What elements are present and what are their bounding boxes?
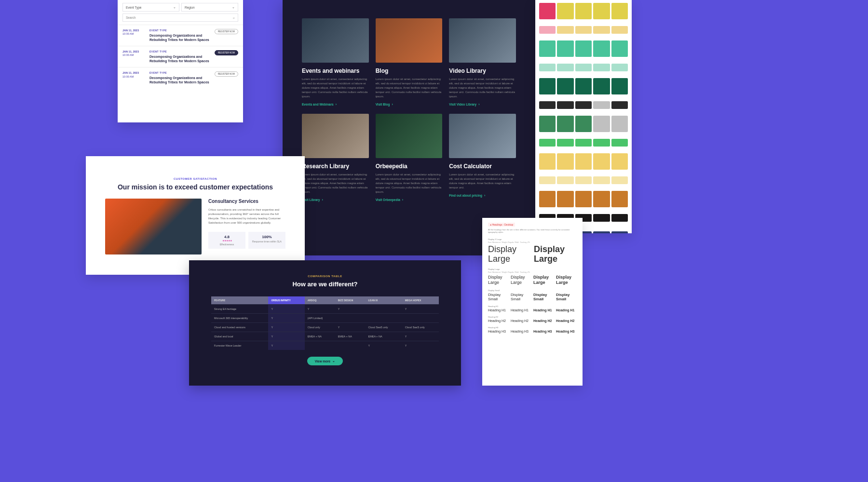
color-swatch[interactable] <box>593 40 610 57</box>
color-swatch[interactable] <box>575 153 592 170</box>
color-swatch[interactable] <box>611 40 628 57</box>
color-swatch[interactable] <box>557 153 573 170</box>
color-swatch[interactable] <box>557 78 573 94</box>
mission-heading: Our mission is to exceed customer expect… <box>105 183 285 191</box>
chevron-right-icon: › <box>392 103 393 106</box>
search-icon: ⌕ <box>233 16 235 19</box>
color-swatch[interactable] <box>593 3 610 19</box>
resource-link[interactable]: Visit Blog› <box>376 103 443 106</box>
event-item[interactable]: JAN 11, 202310:00 AM EVENT TYPEDecomposi… <box>118 67 243 88</box>
table-row: Cloud and hosted versionsYCloud onlyYClo… <box>211 323 439 332</box>
color-swatch[interactable] <box>575 139 592 147</box>
color-swatch[interactable] <box>557 176 573 184</box>
palette-row <box>539 78 628 94</box>
color-swatch[interactable] <box>557 139 573 147</box>
event-item[interactable]: JAN 11, 202310:00 AM EVENT TYPEDecomposi… <box>118 25 243 46</box>
color-swatch[interactable] <box>593 153 610 170</box>
register-button[interactable]: REGISTER NOW <box>215 71 238 77</box>
resources-panel: Events and webinars Lorem ipsum dolor si… <box>283 0 535 255</box>
region-dropdown[interactable]: Region⌄ <box>181 3 238 12</box>
event-title: Decomposing Organizations and Rebuilding… <box>149 76 212 84</box>
color-swatch[interactable] <box>611 153 628 170</box>
color-swatch[interactable] <box>593 139 610 147</box>
typo-desc: All the headings from the site in their … <box>488 228 577 233</box>
color-swatch[interactable] <box>575 176 592 184</box>
events-panel: Event Type⌄ Region⌄ Search⌕ JAN 11, 2023… <box>118 0 243 122</box>
color-swatch[interactable] <box>575 3 592 19</box>
color-swatch[interactable] <box>557 26 573 34</box>
resource-image <box>302 114 369 158</box>
color-swatch[interactable] <box>593 101 610 109</box>
resource-link[interactable]: Visit Video Library› <box>449 103 516 106</box>
resource-image <box>376 114 443 158</box>
color-swatch[interactable] <box>611 191 628 207</box>
color-swatch[interactable] <box>611 101 628 109</box>
color-swatch[interactable] <box>611 26 628 34</box>
color-swatch[interactable] <box>557 101 573 109</box>
color-swatch[interactable] <box>539 116 556 132</box>
chevron-right-icon: › <box>336 103 337 106</box>
table-header: ARDOQ <box>305 296 335 305</box>
resource-link[interactable]: Visit Orbeepedia› <box>376 198 443 201</box>
color-swatch[interactable] <box>539 40 556 57</box>
color-swatch[interactable] <box>539 139 556 147</box>
color-swatch[interactable] <box>539 101 556 109</box>
resource-description: Lorem ipsum dolor sit amet, consectetur … <box>302 173 369 194</box>
color-swatch[interactable] <box>575 101 592 109</box>
color-swatch[interactable] <box>611 214 628 222</box>
color-swatch[interactable] <box>539 26 556 34</box>
color-swatch[interactable] <box>593 191 610 207</box>
event-item[interactable]: JAN 11, 202310:00 AM EVENT TYPEDecomposi… <box>118 46 243 67</box>
color-swatch[interactable] <box>611 78 628 94</box>
color-swatch[interactable] <box>611 116 628 132</box>
color-swatch[interactable] <box>611 3 628 19</box>
color-swatch[interactable] <box>611 64 628 71</box>
color-swatch[interactable] <box>575 40 592 57</box>
color-swatch[interactable] <box>575 78 592 94</box>
typography-panel: ● Headings - Desktop All the headings fr… <box>482 218 583 386</box>
register-button[interactable]: REGISTER NOW <box>215 50 238 55</box>
color-swatch[interactable] <box>539 153 556 170</box>
event-date: JAN 11, 202310:00 AM <box>122 50 147 63</box>
display-large-bold-sample: Display Large <box>534 245 577 264</box>
resource-title: Video Library <box>449 67 516 74</box>
event-title: Decomposing Organizations and Rebuilding… <box>149 33 212 42</box>
resource-image <box>376 18 443 63</box>
color-swatch[interactable] <box>575 26 592 34</box>
color-swatch[interactable] <box>611 176 628 184</box>
color-swatch[interactable] <box>557 116 573 132</box>
chevron-down-icon: ⌄ <box>232 5 235 9</box>
event-type-dropdown[interactable]: Event Type⌄ <box>122 3 179 12</box>
color-swatch[interactable] <box>539 78 556 94</box>
color-swatch[interactable] <box>593 214 610 222</box>
color-swatch[interactable] <box>593 116 610 132</box>
color-swatch[interactable] <box>593 26 610 34</box>
color-swatch[interactable] <box>611 139 628 147</box>
color-swatch[interactable] <box>557 3 573 19</box>
search-input[interactable]: Search⌕ <box>122 13 238 22</box>
color-swatch[interactable] <box>575 191 592 207</box>
resource-card: Blog Lorem ipsum dolor sit amet, consect… <box>376 18 443 106</box>
resource-image <box>449 114 516 158</box>
resource-link[interactable]: Visit Library› <box>302 198 369 201</box>
color-swatch[interactable] <box>557 191 573 207</box>
color-swatch[interactable] <box>539 176 556 184</box>
register-button[interactable]: REGISTER NOW <box>215 29 238 34</box>
resource-description: Lorem ipsum dolor sit amet, consectetur … <box>376 173 443 194</box>
color-swatch[interactable] <box>557 40 573 57</box>
color-swatch[interactable] <box>593 231 610 233</box>
color-swatch[interactable] <box>539 3 556 19</box>
color-swatch[interactable] <box>575 64 592 71</box>
color-swatch[interactable] <box>593 64 610 71</box>
color-swatch[interactable] <box>575 116 592 132</box>
resource-link[interactable]: Find out about pricing› <box>449 194 516 197</box>
view-more-button[interactable]: View more⌄ <box>307 357 343 365</box>
color-swatch[interactable] <box>611 231 628 233</box>
color-swatch[interactable] <box>593 176 610 184</box>
color-swatch[interactable] <box>557 64 573 71</box>
color-swatch[interactable] <box>539 191 556 207</box>
resource-link[interactable]: Events and Webinars› <box>302 103 369 106</box>
color-swatch[interactable] <box>593 78 610 94</box>
color-swatch[interactable] <box>539 64 556 71</box>
palette-panel <box>535 0 632 233</box>
